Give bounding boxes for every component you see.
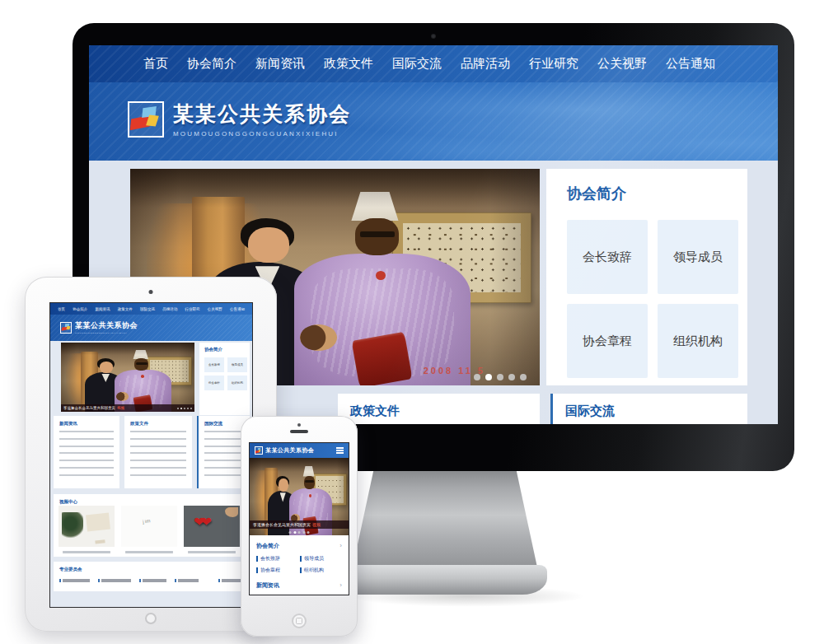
about-link-president-speech[interactable]: 会长致辞 (204, 357, 224, 372)
about-link-charter[interactable]: 协会章程 (256, 567, 298, 574)
tablet-content: 李道豫会长会见马里共和国贵宾 视频 协会简介 会长致辞 (50, 341, 252, 607)
about-link-leadership[interactable]: 领导成员 (227, 357, 247, 372)
carousel-dot[interactable] (520, 374, 527, 380)
tablet-nav-item-home[interactable]: 首页 (58, 307, 65, 311)
logo-subtitle: MOUMOUGONGGONGGUANXIXIEHUI (75, 332, 138, 334)
phone-header: 某某公共关系协会 (250, 443, 349, 458)
chevron-right-icon: › (339, 582, 342, 589)
carousel-dot-active[interactable] (485, 374, 492, 380)
video-thumbnail-cards[interactable] (121, 506, 177, 547)
slide-photo[interactable] (61, 343, 194, 412)
video-badge: 视频 (312, 522, 321, 527)
logo-title: 某某公共关系协会 (75, 320, 138, 331)
video-badge: 视频 (117, 406, 124, 410)
tablet-nav-item-notices[interactable]: 公告通知 (230, 307, 245, 311)
main-nav: 首页 协会简介 新闻资讯 政策文件 国际交流 品牌活动 行业研究 公关视野 公告… (89, 45, 778, 82)
tablet-screen: 首页 协会简介 新闻资讯 政策文件 国际交流 品牌活动 行业研究 公关视野 公告… (50, 303, 252, 607)
tablet-home-button[interactable] (145, 613, 157, 624)
tablet-committee-section: 专业委员会 (54, 562, 250, 591)
nav-item-home[interactable]: 首页 (143, 56, 168, 72)
about-panel: 协会简介 会长致辞 领导成员 协会章程 组织机构 (546, 169, 747, 385)
policy-panel-title: 政策文件 (338, 394, 540, 419)
nav-item-notices[interactable]: 公告通知 (666, 56, 715, 72)
nav-item-international[interactable]: 国际交流 (392, 56, 442, 72)
tablet-news-column: 新闻资讯 (54, 416, 119, 488)
about-panel-title: 协会简介 (204, 347, 250, 352)
carousel-dot[interactable] (184, 408, 186, 410)
about-link-charter[interactable]: 协会章程 (204, 376, 224, 390)
international-panel-title: 国际交流 (553, 394, 747, 419)
about-link-charter[interactable]: 协会章程 (567, 304, 648, 378)
carousel-dot[interactable] (177, 408, 180, 410)
committee-links[interactable] (59, 579, 250, 582)
nav-item-policy[interactable]: 政策文件 (324, 56, 373, 72)
tablet-policy-column: 政策文件 (124, 416, 192, 488)
phone-camera-icon (297, 423, 301, 427)
carousel-dot[interactable] (187, 408, 190, 410)
tablet-nav-item-policy[interactable]: 政策文件 (118, 307, 133, 311)
phone-screen: 某某公共关系协会 (250, 443, 349, 595)
news-text-lines (59, 431, 114, 482)
site-logo[interactable]: 某某公共关系协会 MOUMOUGONGGONGGUANXIXIEHUI (128, 100, 351, 138)
nav-item-news[interactable]: 新闻资讯 (255, 56, 305, 72)
tablet-nav-item-brand-activities[interactable]: 品牌活动 (162, 307, 177, 311)
about-link-president-speech[interactable]: 会长致辞 (256, 555, 298, 562)
tablet-camera-icon (149, 290, 153, 294)
tablet-logo[interactable]: 某某公共关系协会 MOUMOUGONGGONGGUANXIXIEHUI (60, 320, 138, 334)
video-thumbnail-hearts[interactable] (184, 506, 240, 547)
policy-column-title: 政策文件 (124, 416, 192, 427)
tablet-nav-item-news[interactable]: 新闻资讯 (96, 307, 110, 311)
carousel-dot[interactable] (289, 531, 292, 534)
slide-caption: 李道豫会长会见马里共和国贵宾 视频 (250, 520, 349, 529)
logo-icon (128, 101, 164, 138)
phone-news-section-header[interactable]: 新闻资讯› (255, 578, 344, 592)
site-banner: 某某公共关系协会 MOUMOUGONGGONGGUANXIXIEHUI (89, 82, 778, 161)
about-link-leadership[interactable]: 领导成员 (658, 220, 738, 294)
tablet-nav-item-about[interactable]: 协会简介 (73, 307, 87, 311)
nav-item-industry-research[interactable]: 行业研究 (529, 56, 578, 72)
nav-item-pr-vision[interactable]: 公关视野 (597, 56, 647, 72)
carousel-dot[interactable] (307, 531, 310, 534)
carousel-dot-active[interactable] (293, 531, 296, 534)
about-link-organization[interactable]: 组织机构 (658, 304, 738, 378)
committee-section-title: 专业委员会 (54, 562, 250, 572)
international-text-lines (204, 431, 244, 482)
tablet-nav-item-international[interactable]: 国际交流 (140, 307, 155, 311)
carousel-dot[interactable] (508, 374, 515, 380)
video-thumbnail-flowers[interactable] (59, 506, 115, 547)
nav-item-about[interactable]: 协会简介 (187, 56, 236, 72)
about-link-organization[interactable]: 组织机构 (300, 567, 342, 574)
phone-about-links: 会长致辞 领导成员 协会章程 组织机构 (255, 553, 344, 578)
logo-title: 某某公共关系协会 (265, 446, 314, 455)
about-links: 会长致辞 领导成员 协会章程 组织机构 (567, 220, 747, 378)
policy-text-lines (130, 431, 186, 482)
carousel-dot[interactable] (190, 408, 193, 410)
phone-carousel: 李道豫会长会见马里共和国贵宾 视频 (250, 458, 349, 535)
carousel-dot[interactable] (298, 531, 301, 534)
monitor-stand-foot (339, 565, 547, 595)
about-link-president-speech[interactable]: 会长致辞 (567, 220, 648, 294)
carousel-dot[interactable] (497, 374, 503, 380)
tablet-nav-item-industry-research[interactable]: 行业研究 (185, 307, 200, 311)
carousel-dot[interactable] (474, 374, 480, 380)
tablet-carousel: 李道豫会长会见马里共和国贵宾 视频 (61, 343, 194, 412)
phone-about-section-header[interactable]: 协会简介› (255, 539, 344, 553)
about-link-organization[interactable]: 组织机构 (227, 376, 247, 390)
tablet-device: 首页 协会简介 新闻资讯 政策文件 国际交流 品牌活动 行业研究 公关视野 公告… (25, 277, 277, 632)
carousel-dot[interactable] (302, 531, 305, 534)
news-column-title: 新闻资讯 (54, 416, 119, 427)
hamburger-menu-icon[interactable] (336, 447, 344, 454)
about-panel-title: 协会简介 (567, 184, 747, 203)
about-link-leadership[interactable]: 领导成员 (300, 555, 342, 562)
video-captions (59, 551, 240, 553)
logo-icon (255, 446, 263, 455)
webcam-dot-icon (431, 34, 436, 39)
phone-body: 协会简介› 会长致辞 领导成员 协会章程 组织机构 新闻资讯› (250, 535, 349, 592)
video-section-title: 视频中心 (54, 494, 250, 505)
carousel-dot-active[interactable] (180, 408, 183, 410)
nav-item-brand-activities[interactable]: 品牌活动 (461, 56, 510, 72)
responsive-showcase: 首页 协会简介 新闻资讯 政策文件 国际交流 品牌活动 行业研究 公关视野 公告… (0, 0, 824, 644)
tablet-banner: 某某公共关系协会 MOUMOUGONGGONGGUANXIXIEHUI (50, 315, 252, 341)
phone-home-button[interactable] (292, 614, 307, 628)
tablet-nav-item-pr-vision[interactable]: 公关视野 (208, 307, 222, 311)
